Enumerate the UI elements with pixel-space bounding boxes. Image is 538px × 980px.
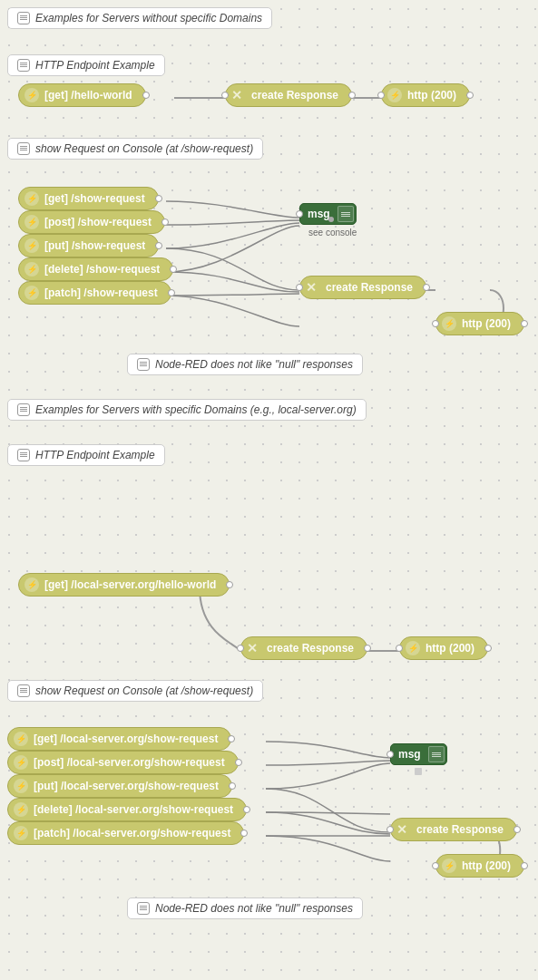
http-icon-10: ⚡ (14, 755, 28, 770)
port-right-7 (170, 266, 177, 273)
port-right-11 (226, 581, 233, 588)
port-left-7 (386, 826, 394, 833)
http-icon-12: ⚡ (14, 802, 28, 817)
http-icon-2: ⚡ (24, 191, 39, 206)
get-local-hello-node[interactable]: ⚡ [get] /local-server.org/hello-world (18, 573, 230, 597)
http-icon-14: ⚡ (442, 859, 456, 873)
port-right-13 (484, 645, 492, 652)
debug-port-left (296, 210, 303, 218)
create-response-s2-2-node[interactable]: ✕ create Response (390, 818, 517, 841)
post-local-show-node[interactable]: ⚡ [post] /local-server.org/show-request (7, 751, 239, 774)
function-icon-2: ✕ (306, 280, 317, 295)
http-200-s2-2-node[interactable]: ⚡ http (200) (435, 854, 524, 878)
create-response-s2-1-node[interactable]: ✕ create Response (240, 636, 367, 660)
patch-show-request-node[interactable]: ⚡ [patch] /show-request (18, 281, 171, 305)
port-right-16 (229, 782, 236, 790)
post-show-request-node[interactable]: ⚡ [post] /show-request (18, 210, 165, 234)
comment-icon-4 (137, 358, 150, 371)
port-right-14 (228, 735, 235, 742)
http-icon-9: ⚡ (14, 732, 28, 746)
port-right-4 (155, 195, 162, 202)
port-right-5 (161, 218, 169, 226)
port-right-6 (155, 242, 162, 249)
port-right-10 (521, 320, 528, 327)
delete-local-show-node[interactable]: ⚡ [delete] /local-server.org/show-reques… (7, 798, 247, 821)
port-left-8 (432, 862, 439, 869)
port-right-19 (514, 826, 521, 833)
section1-title-comment: Examples for Servers without specific Do… (7, 7, 272, 29)
create-response-2-node[interactable]: ✕ create Response (299, 276, 426, 299)
port-right-9 (423, 284, 430, 291)
get-hello-world-node[interactable]: ⚡ [get] /hello-world (18, 83, 146, 107)
comment-icon-6 (17, 449, 30, 461)
section1-http-comment: HTTP Endpoint Example (7, 54, 165, 76)
port-right-3 (466, 92, 474, 99)
port-left-5 (237, 645, 244, 652)
debug-button[interactable] (337, 206, 354, 222)
port-right-20 (521, 862, 528, 869)
http-icon-4: ⚡ (24, 238, 39, 253)
function-icon: ✕ (231, 88, 242, 102)
null-comment-2: Node-RED does not like "null" responses (127, 898, 363, 919)
comment-icon-8 (137, 902, 150, 915)
comment-icon-3 (17, 142, 30, 155)
port-left (221, 92, 229, 99)
http-icon-11: ⚡ (14, 779, 28, 793)
debug-s2-port-left (386, 751, 394, 758)
port-right (142, 92, 150, 99)
comment-icon (17, 12, 30, 24)
show-request-comment: show Request on Console (at /show-reques… (7, 138, 263, 160)
http-out-icon: ⚡ (387, 88, 402, 102)
port-right-8 (168, 289, 175, 296)
comment-icon-5 (17, 403, 30, 416)
http-icon-7: ⚡ (24, 577, 39, 592)
msg-debug-s2-node[interactable]: msg (390, 743, 447, 765)
http-icon: ⚡ (24, 88, 39, 102)
port-right-18 (240, 830, 248, 837)
http-icon-8: ⚡ (406, 641, 420, 655)
http-icon-3: ⚡ (24, 215, 39, 229)
msg-debug-node[interactable]: msg (299, 203, 357, 225)
port-left-4 (432, 320, 439, 327)
debug-button-2[interactable] (428, 746, 445, 762)
port-left-6 (396, 645, 403, 652)
section2-http-comment: HTTP Endpoint Example (7, 444, 165, 466)
http-200-s2-1-node[interactable]: ⚡ http (200) (399, 636, 488, 660)
comment-icon-7 (17, 684, 30, 697)
see-console-label: see console (308, 228, 357, 238)
comment-icon-2 (17, 59, 30, 72)
create-response-1-node[interactable]: ✕ create Response (225, 83, 352, 107)
active-indicator (328, 217, 334, 222)
section2-title-comment: Examples for Servers with specific Domai… (7, 399, 367, 421)
port-right-17 (243, 806, 250, 813)
put-show-request-node[interactable]: ⚡ [put] /show-request (18, 234, 159, 257)
port-left-3 (296, 284, 303, 291)
http-out-icon-2: ⚡ (442, 316, 456, 331)
port-right-12 (364, 645, 371, 652)
http-icon-6: ⚡ (24, 286, 39, 300)
get-local-show-node[interactable]: ⚡ [get] /local-server.org/show-request (7, 727, 231, 751)
http-icon-5: ⚡ (24, 262, 39, 277)
http-icon-13: ⚡ (14, 826, 28, 840)
put-local-show-node[interactable]: ⚡ [put] /local-server.org/show-request (7, 774, 232, 798)
http-200-2-node[interactable]: ⚡ http (200) (435, 312, 524, 335)
function-icon-4: ✕ (396, 822, 407, 837)
null-comment-1: Node-RED does not like "null" responses (127, 354, 363, 375)
show-request-s2-comment: show Request on Console (at /show-reques… (7, 680, 263, 702)
port-right-2 (348, 92, 356, 99)
get-show-request-node[interactable]: ⚡ [get] /show-request (18, 187, 159, 210)
port-right-15 (235, 759, 242, 766)
delete-show-request-node[interactable]: ⚡ [delete] /show-request (18, 257, 173, 281)
patch-local-show-node[interactable]: ⚡ [patch] /local-server.org/show-request (7, 821, 244, 845)
function-icon-3: ✕ (247, 641, 258, 655)
port-left-2 (377, 92, 385, 99)
http-200-1-node[interactable]: ⚡ http (200) (381, 83, 470, 107)
